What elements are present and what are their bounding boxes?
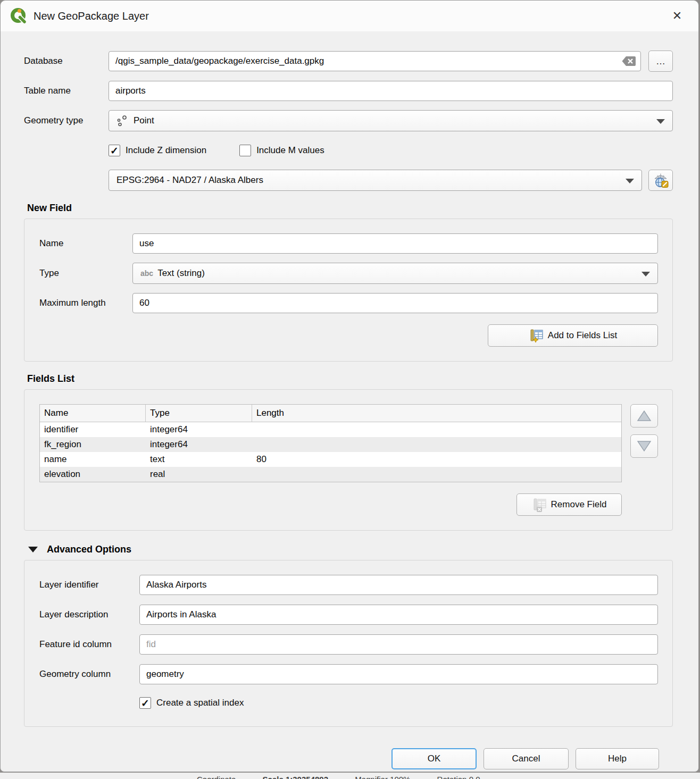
geometry-type-row: Geometry type Point (24, 110, 673, 131)
new-field-groupbox: Name Type abc Text (string) Maximum leng… (24, 219, 673, 362)
field-type-row: Type abc Text (string) (39, 263, 658, 284)
layer-identifier-input[interactable] (139, 575, 658, 595)
cell-type: integer64 (146, 437, 252, 452)
chevron-down-icon (626, 179, 634, 183)
table-row[interactable]: elevation real (40, 467, 621, 482)
add-to-fields-list-button[interactable]: Add to Fields List (488, 324, 658, 347)
cell-type: text (146, 452, 252, 467)
chevron-down-icon (656, 119, 665, 124)
cell-name: elevation (40, 467, 146, 482)
add-field-icon (529, 328, 544, 343)
new-geopackage-layer-dialog: New GeoPackage Layer ✕ Database (0, 0, 699, 772)
include-z-checkbox[interactable]: ✓ (109, 145, 120, 156)
crs-row: EPSG:2964 - NAD27 / Alaska Albers (109, 170, 673, 191)
layer-identifier-label: Layer identifier (39, 580, 139, 590)
layer-description-label: Layer description (39, 609, 139, 620)
crs-value: EPSG:2964 - NAD27 / Alaska Albers (116, 175, 263, 186)
advanced-options-header[interactable]: Advanced Options (28, 544, 673, 555)
window-title: New GeoPackage Layer (34, 10, 149, 22)
max-length-row: Maximum length (39, 293, 658, 313)
collapse-triangle-icon (28, 547, 38, 552)
max-length-input[interactable] (132, 293, 658, 313)
statusbar-scale: Scale 1:30354892 (263, 775, 328, 779)
cell-length: 80 (252, 452, 621, 467)
close-button[interactable]: ✕ (668, 7, 687, 25)
feature-id-row: Feature id column (39, 634, 658, 655)
advanced-options-label: Advanced Options (47, 544, 131, 555)
database-row: Database … (24, 51, 673, 72)
field-name-label: Name (39, 238, 132, 249)
spatial-index-row: ✓ Create a spatial index (139, 697, 658, 709)
database-label: Database (24, 56, 109, 66)
field-type-dropdown[interactable]: abc Text (string) (132, 263, 658, 284)
column-header-name: Name (40, 405, 146, 422)
geometry-type-label: Geometry type (24, 115, 109, 126)
remove-field-icon (532, 497, 547, 512)
fields-table-header: Name Type Length (40, 405, 621, 422)
crs-dropdown[interactable]: EPSG:2964 - NAD27 / Alaska Albers (109, 170, 642, 191)
help-button[interactable]: Help (576, 748, 659, 769)
ok-button[interactable]: OK (391, 748, 477, 769)
column-header-type: Type (146, 405, 252, 422)
title-bar: New GeoPackage Layer ✕ (1, 1, 698, 31)
cell-length (252, 422, 621, 437)
dialog-footer: OK Cancel Help (24, 738, 673, 769)
include-m-label: Include M values (256, 145, 324, 156)
include-m-checkbox[interactable] (239, 145, 251, 156)
geometry-type-value: Point (134, 115, 154, 126)
triangle-down-icon (636, 440, 652, 453)
fields-table: Name Type Length identifier integer64 fk… (39, 404, 622, 482)
cell-length (252, 437, 621, 452)
cell-name: fk_region (40, 437, 146, 452)
qgis-logo-icon (10, 7, 27, 24)
field-name-row: Name (39, 233, 658, 254)
statusbar-sliver: Coordinate Scale 1:30354892 Magnifier 10… (0, 773, 700, 779)
table-row[interactable]: identifier integer64 (40, 422, 621, 437)
statusbar-coordinate-label: Coordinate (197, 775, 236, 779)
geometry-column-input[interactable] (139, 664, 658, 684)
globe-crs-icon (653, 172, 669, 188)
table-row[interactable]: fk_region integer64 (40, 437, 621, 452)
database-input[interactable] (109, 51, 641, 71)
table-row[interactable]: name text 80 (40, 452, 621, 467)
add-to-fields-list-label: Add to Fields List (548, 330, 617, 341)
max-length-label: Maximum length (39, 298, 132, 308)
feature-id-input[interactable] (139, 634, 658, 655)
cell-type: real (146, 467, 252, 482)
chevron-down-icon (641, 272, 650, 277)
select-crs-button[interactable] (648, 170, 673, 191)
dialog-body: Database … Table name (1, 31, 698, 769)
text-type-icon: abc (140, 269, 153, 278)
move-field-up-button[interactable] (630, 404, 658, 428)
new-field-heading: New Field (27, 203, 673, 214)
geometry-column-row: Geometry column (39, 664, 658, 684)
triangle-up-icon (636, 409, 652, 422)
point-geometry-icon (116, 114, 128, 127)
fields-list-groupbox: Name Type Length identifier integer64 fk… (24, 389, 673, 531)
dimension-checkboxes: ✓ Include Z dimension Include M values (109, 145, 673, 156)
table-name-label: Table name (24, 86, 109, 96)
cell-name: identifier (40, 422, 146, 437)
browse-database-button[interactable]: … (648, 51, 673, 72)
advanced-options-groupbox: Layer identifier Layer description Featu… (24, 560, 673, 727)
column-header-length: Length (252, 405, 621, 422)
cancel-button[interactable]: Cancel (484, 748, 569, 769)
field-type-value: Text (string) (157, 268, 205, 279)
remove-field-button[interactable]: Remove Field (516, 493, 622, 516)
layer-description-input[interactable] (139, 605, 658, 625)
feature-id-label: Feature id column (39, 639, 139, 650)
move-field-down-button[interactable] (630, 434, 658, 458)
include-z-label: Include Z dimension (126, 145, 206, 156)
screenshot-root: New GeoPackage Layer ✕ Database (0, 0, 700, 779)
clear-database-icon[interactable] (621, 55, 637, 67)
table-name-row: Table name (24, 81, 673, 101)
spatial-index-checkbox[interactable]: ✓ (139, 697, 151, 709)
field-type-label: Type (39, 268, 132, 279)
cell-type: integer64 (146, 422, 252, 437)
table-name-input[interactable] (109, 81, 673, 101)
geometry-type-dropdown[interactable]: Point (109, 110, 673, 131)
cell-length (252, 467, 621, 482)
statusbar-magnifier: Magnifier 100% (355, 775, 410, 779)
statusbar-rotation: Rotation 0.0 (437, 775, 480, 779)
field-name-input[interactable] (132, 233, 658, 254)
